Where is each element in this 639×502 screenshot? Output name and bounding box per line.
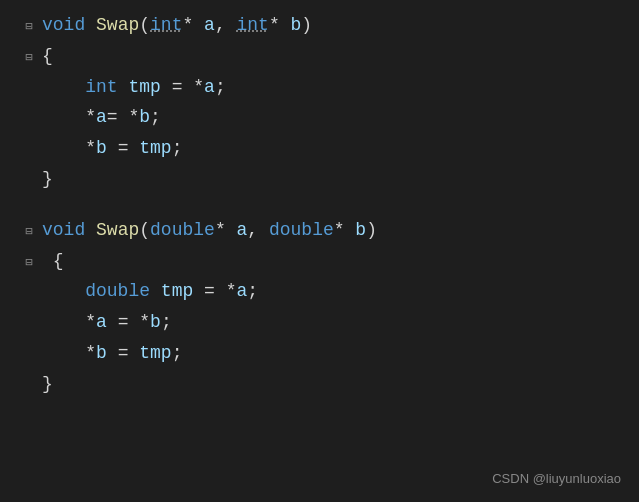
line-b2-6: } bbox=[20, 369, 639, 400]
comma-1: , bbox=[215, 15, 237, 35]
line-5: *b = tmp; bbox=[20, 133, 639, 164]
var-tmp-b2-1: tmp bbox=[161, 281, 193, 301]
var-tmp-b2-2: tmp bbox=[139, 343, 171, 363]
keyword-double-3: double bbox=[85, 281, 150, 301]
var-b-b2-2: b bbox=[150, 312, 161, 332]
line-b2-3: double tmp = *a; bbox=[20, 276, 639, 307]
brace-open-1: { bbox=[42, 46, 53, 66]
keyword-void-1: void bbox=[42, 15, 85, 35]
brace-close-2: } bbox=[42, 374, 53, 394]
line-b2-2: ⊟ { bbox=[20, 246, 639, 277]
line-b2-6-content: } bbox=[42, 370, 53, 399]
var-b-b2-1: b bbox=[355, 220, 366, 240]
code-block-1: ⊟ void Swap(int* a, int* b) ⊟ { int tmp … bbox=[0, 10, 639, 195]
line-b2-4-content: *a = *b; bbox=[42, 308, 172, 337]
func-swap-1: Swap bbox=[96, 15, 139, 35]
var-tmp-1: tmp bbox=[128, 77, 160, 97]
fold-gutter-1: ⊟ bbox=[20, 18, 38, 37]
line-b2-2-content: { bbox=[42, 247, 64, 276]
var-a-2: a bbox=[204, 77, 215, 97]
line-6: } bbox=[20, 164, 639, 195]
line-2: ⊟ { bbox=[20, 41, 639, 72]
star-1: * bbox=[182, 15, 193, 35]
var-b-b2-3: b bbox=[96, 343, 107, 363]
brace-open-2: { bbox=[42, 251, 64, 271]
line-b2-5-content: *b = tmp; bbox=[42, 339, 182, 368]
separator bbox=[0, 195, 639, 215]
line-1-content: void Swap(int* a, int* b) bbox=[42, 11, 312, 40]
star-2: * bbox=[269, 15, 280, 35]
line-1: ⊟ void Swap(int* a, int* b) bbox=[20, 10, 639, 41]
fold-gutter-b2-1: ⊟ bbox=[20, 223, 38, 242]
line-4-content: *a= *b; bbox=[42, 103, 161, 132]
line-b2-3-content: double tmp = *a; bbox=[42, 277, 258, 306]
keyword-int-3: int bbox=[85, 77, 117, 97]
punct-b2-1: ( bbox=[139, 220, 150, 240]
brace-close-1: } bbox=[42, 169, 53, 189]
line-b2-5: *b = tmp; bbox=[20, 338, 639, 369]
keyword-void-2: void bbox=[42, 220, 85, 240]
var-a-1: a bbox=[204, 15, 215, 35]
line-b2-4: *a = *b; bbox=[20, 307, 639, 338]
fold-icon-b2-1: ⊟ bbox=[25, 223, 32, 242]
line-5-content: *b = tmp; bbox=[42, 134, 182, 163]
code-container: ⊟ void Swap(int* a, int* b) ⊟ { int tmp … bbox=[0, 0, 639, 502]
var-b-3: b bbox=[96, 138, 107, 158]
var-b-1: b bbox=[291, 15, 302, 35]
rparen-b2-1: ) bbox=[366, 220, 377, 240]
star-b2-1: * bbox=[215, 220, 226, 240]
line-b2-1: ⊟ void Swap(double* a, double* b) bbox=[20, 215, 639, 246]
line-b2-1-content: void Swap(double* a, double* b) bbox=[42, 216, 377, 245]
var-a-b2-2: a bbox=[236, 281, 247, 301]
line-4: *a= *b; bbox=[20, 102, 639, 133]
fold-icon-2: ⊟ bbox=[25, 49, 32, 68]
var-a-3: a bbox=[96, 107, 107, 127]
punct-1: ( bbox=[139, 15, 150, 35]
line-6-content: } bbox=[42, 165, 53, 194]
gutter-b2-2: ⊟ bbox=[20, 254, 38, 273]
code-block-2: ⊟ void Swap(double* a, double* b) ⊟ { do… bbox=[0, 215, 639, 400]
var-tmp-2: tmp bbox=[139, 138, 171, 158]
keyword-int-1: int bbox=[150, 15, 182, 35]
rparen-1: ) bbox=[301, 15, 312, 35]
star-b2-2: * bbox=[334, 220, 345, 240]
var-b-2: b bbox=[139, 107, 150, 127]
var-a-b2-1: a bbox=[237, 220, 248, 240]
keyword-double-2: double bbox=[269, 220, 334, 240]
fold-icon-b2-2: ⊟ bbox=[25, 254, 32, 273]
fold-icon-1: ⊟ bbox=[25, 18, 32, 37]
line-3: int tmp = *a; bbox=[20, 72, 639, 103]
watermark: CSDN @liuyunluoxiao bbox=[492, 469, 621, 490]
keyword-int-2: int bbox=[237, 15, 269, 35]
line-3-content: int tmp = *a; bbox=[42, 73, 226, 102]
line-2-content: { bbox=[42, 42, 53, 71]
func-swap-2: Swap bbox=[96, 220, 139, 240]
var-a-b2-3: a bbox=[96, 312, 107, 332]
keyword-double-1: double bbox=[150, 220, 215, 240]
comma-b2-1: , bbox=[247, 220, 269, 240]
gutter-2: ⊟ bbox=[20, 49, 38, 68]
